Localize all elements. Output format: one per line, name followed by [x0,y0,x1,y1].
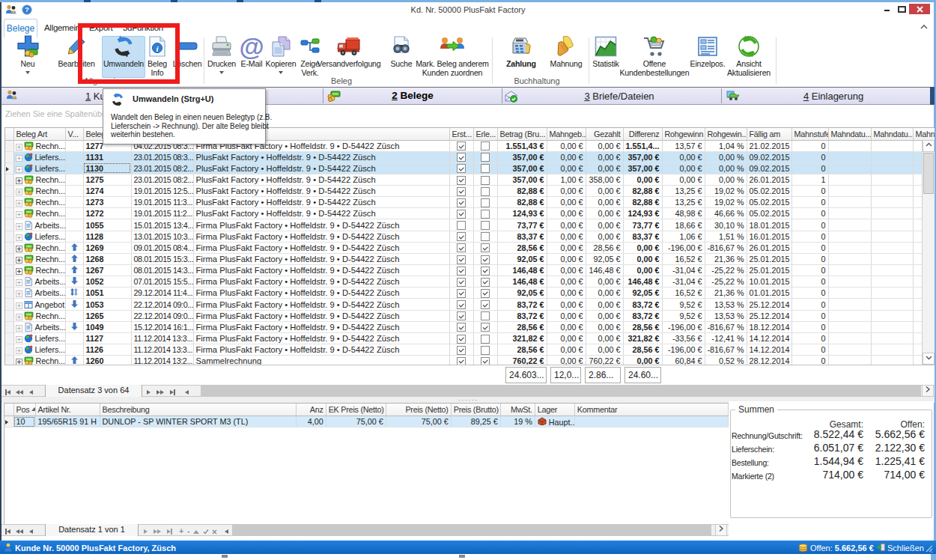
svg-text:?: ? [25,5,29,13]
